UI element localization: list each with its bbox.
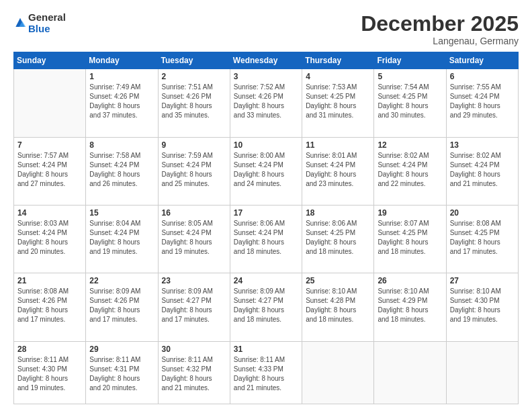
day-info: Sunrise: 7:53 AM Sunset: 4:25 PM Dayligh… [306,83,370,120]
day-number: 12 [378,140,442,150]
day-info: Sunrise: 8:02 AM Sunset: 4:24 PM Dayligh… [378,151,442,189]
table-row: 12Sunrise: 8:02 AM Sunset: 4:24 PM Dayli… [374,137,446,205]
page: General Blue December 2025 Langenau, Ger… [0,0,532,411]
day-number: 24 [234,276,298,285]
table-row [374,341,446,404]
table-row: 15Sunrise: 8:04 AM Sunset: 4:24 PM Dayli… [86,205,158,273]
day-info: Sunrise: 8:06 AM Sunset: 4:25 PM Dayligh… [306,219,370,257]
col-friday: Friday [374,52,446,69]
table-row: 16Sunrise: 8:05 AM Sunset: 4:24 PM Dayli… [158,205,230,273]
day-info: Sunrise: 7:52 AM Sunset: 4:26 PM Dayligh… [234,83,298,120]
day-info: Sunrise: 8:11 AM Sunset: 4:30 PM Dayligh… [17,355,82,393]
day-info: Sunrise: 7:58 AM Sunset: 4:24 PM Dayligh… [89,151,154,189]
table-row: 5Sunrise: 7:54 AM Sunset: 4:25 PM Daylig… [374,69,446,137]
day-number: 7 [17,140,82,150]
day-number: 20 [450,208,515,218]
table-row [14,69,86,137]
table-row: 11Sunrise: 8:01 AM Sunset: 4:24 PM Dayli… [302,137,374,205]
table-row: 9Sunrise: 7:59 AM Sunset: 4:24 PM Daylig… [158,137,230,205]
calendar-header-row: Sunday Monday Tuesday Wednesday Thursday… [14,52,519,69]
day-number: 19 [378,208,442,218]
table-row: 7Sunrise: 7:57 AM Sunset: 4:24 PM Daylig… [14,137,86,205]
day-info: Sunrise: 8:02 AM Sunset: 4:24 PM Dayligh… [450,151,515,189]
calendar-week-1: 1Sunrise: 7:49 AM Sunset: 4:26 PM Daylig… [14,69,519,137]
day-number: 8 [89,140,154,150]
col-wednesday: Wednesday [230,52,302,69]
day-number: 22 [89,276,154,285]
day-info: Sunrise: 7:55 AM Sunset: 4:24 PM Dayligh… [450,83,515,120]
table-row: 10Sunrise: 8:00 AM Sunset: 4:24 PM Dayli… [230,137,302,205]
col-monday: Monday [86,52,158,69]
table-row: 18Sunrise: 8:06 AM Sunset: 4:25 PM Dayli… [302,205,374,273]
day-info: Sunrise: 7:59 AM Sunset: 4:24 PM Dayligh… [162,151,226,189]
day-info: Sunrise: 8:10 AM Sunset: 4:30 PM Dayligh… [450,287,515,324]
day-number: 5 [378,72,442,81]
col-sunday: Sunday [14,52,86,69]
logo: General Blue [13,12,66,34]
month-title: December 2025 [361,12,519,36]
day-number: 31 [234,345,298,354]
col-tuesday: Tuesday [158,52,230,69]
table-row: 26Sunrise: 8:10 AM Sunset: 4:29 PM Dayli… [374,273,446,341]
day-number: 23 [162,276,226,285]
day-number: 2 [162,72,226,81]
table-row: 17Sunrise: 8:06 AM Sunset: 4:24 PM Dayli… [230,205,302,273]
day-number: 29 [89,345,154,354]
day-info: Sunrise: 8:00 AM Sunset: 4:24 PM Dayligh… [234,151,298,189]
table-row: 29Sunrise: 8:11 AM Sunset: 4:31 PM Dayli… [86,341,158,404]
calendar-table: Sunday Monday Tuesday Wednesday Thursday… [13,52,519,404]
logo-text: General Blue [28,12,66,34]
table-row: 14Sunrise: 8:03 AM Sunset: 4:24 PM Dayli… [14,205,86,273]
day-info: Sunrise: 8:10 AM Sunset: 4:28 PM Dayligh… [306,287,370,324]
day-info: Sunrise: 7:57 AM Sunset: 4:24 PM Dayligh… [17,151,82,189]
logo-blue: Blue [28,24,66,35]
day-number: 6 [450,72,515,81]
table-row: 28Sunrise: 8:11 AM Sunset: 4:30 PM Dayli… [14,341,86,404]
calendar-week-2: 7Sunrise: 7:57 AM Sunset: 4:24 PM Daylig… [14,137,519,205]
day-number: 9 [162,140,226,150]
day-info: Sunrise: 8:07 AM Sunset: 4:25 PM Dayligh… [378,219,442,257]
table-row: 20Sunrise: 8:08 AM Sunset: 4:25 PM Dayli… [446,205,518,273]
day-info: Sunrise: 8:11 AM Sunset: 4:33 PM Dayligh… [234,355,298,393]
day-info: Sunrise: 7:54 AM Sunset: 4:25 PM Dayligh… [378,83,442,120]
day-info: Sunrise: 8:11 AM Sunset: 4:32 PM Dayligh… [162,355,226,393]
calendar-week-4: 21Sunrise: 8:08 AM Sunset: 4:26 PM Dayli… [14,273,519,341]
logo-general: General [28,12,66,24]
day-info: Sunrise: 8:06 AM Sunset: 4:24 PM Dayligh… [234,219,298,257]
day-number: 13 [450,140,515,150]
table-row: 23Sunrise: 8:09 AM Sunset: 4:27 PM Dayli… [158,273,230,341]
day-number: 1 [89,72,154,81]
day-number: 4 [306,72,370,81]
day-info: Sunrise: 8:08 AM Sunset: 4:25 PM Dayligh… [450,219,515,257]
day-info: Sunrise: 8:09 AM Sunset: 4:26 PM Dayligh… [89,287,154,324]
day-number: 10 [234,140,298,150]
day-info: Sunrise: 8:09 AM Sunset: 4:27 PM Dayligh… [162,287,226,324]
table-row [446,341,518,404]
day-number: 30 [162,345,226,354]
day-number: 11 [306,140,370,150]
day-info: Sunrise: 8:03 AM Sunset: 4:24 PM Dayligh… [17,219,82,257]
day-info: Sunrise: 8:09 AM Sunset: 4:27 PM Dayligh… [234,287,298,324]
table-row: 21Sunrise: 8:08 AM Sunset: 4:26 PM Dayli… [14,273,86,341]
table-row: 25Sunrise: 8:10 AM Sunset: 4:28 PM Dayli… [302,273,374,341]
day-number: 3 [234,72,298,81]
day-info: Sunrise: 8:10 AM Sunset: 4:29 PM Dayligh… [378,287,442,324]
header: General Blue December 2025 Langenau, Ger… [13,12,519,46]
table-row: 13Sunrise: 8:02 AM Sunset: 4:24 PM Dayli… [446,137,518,205]
day-info: Sunrise: 7:51 AM Sunset: 4:26 PM Dayligh… [162,83,226,120]
day-info: Sunrise: 8:01 AM Sunset: 4:24 PM Dayligh… [306,151,370,189]
table-row: 1Sunrise: 7:49 AM Sunset: 4:26 PM Daylig… [86,69,158,137]
day-number: 25 [306,276,370,285]
table-row: 2Sunrise: 7:51 AM Sunset: 4:26 PM Daylig… [158,69,230,137]
day-number: 26 [378,276,442,285]
col-thursday: Thursday [302,52,374,69]
day-info: Sunrise: 8:05 AM Sunset: 4:24 PM Dayligh… [162,219,226,257]
logo-icon [13,17,27,30]
table-row: 24Sunrise: 8:09 AM Sunset: 4:27 PM Dayli… [230,273,302,341]
calendar-week-5: 28Sunrise: 8:11 AM Sunset: 4:30 PM Dayli… [14,341,519,404]
day-number: 27 [450,276,515,285]
day-number: 15 [89,208,154,218]
table-row: 6Sunrise: 7:55 AM Sunset: 4:24 PM Daylig… [446,69,518,137]
location: Langenau, Germany [361,36,519,46]
col-saturday: Saturday [446,52,518,69]
